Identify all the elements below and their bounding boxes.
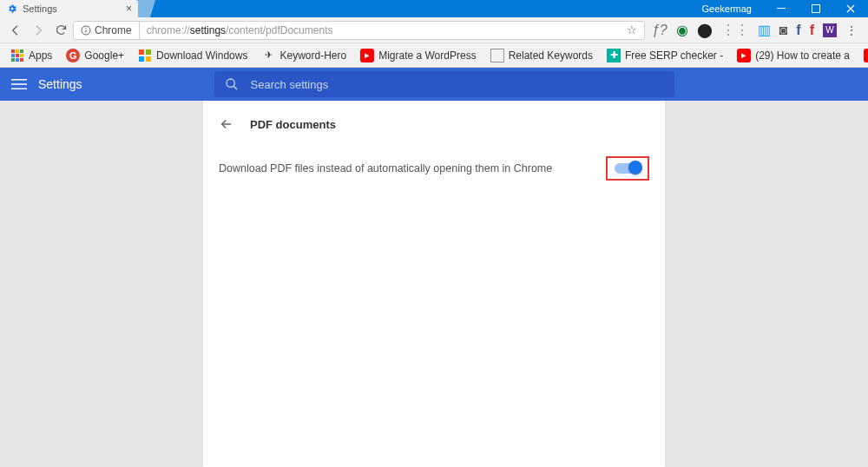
toolbar: Chrome chrome://settings/content/pdfDocu… [0,17,868,43]
extension-icon[interactable]: ▥ [758,22,771,38]
bookmark-item[interactable]: Related Keywords [485,49,598,62]
apps-label: Apps [29,49,52,62]
serp-icon: ✚ [607,49,621,62]
window-minimize-button[interactable] [764,0,799,17]
svg-rect-13 [20,58,23,62]
svg-rect-16 [139,56,144,62]
window-maximize-button[interactable] [799,0,833,17]
bookmark-item[interactable]: ▸ (29) How to create a [732,49,855,62]
extension-icon[interactable]: ◙ [779,23,788,38]
settings-page: PDF documents Download PDF files instead… [0,101,868,467]
extension-icon[interactable]: f [810,23,814,38]
highlight-box [606,156,649,181]
gear-icon [7,3,17,14]
svg-line-22 [233,86,237,89]
bookmark-item[interactable]: Download Windows [133,49,253,62]
pdf-download-setting-row: Download PDF files instead of automatica… [203,141,665,196]
window-titlebar: Settings × Geekermag [0,0,868,17]
star-icon[interactable]: ☆ [627,23,637,36]
bookmark-item[interactable]: ▸ Migrate a WordPress [355,49,481,62]
extension-icon[interactable]: ƒ? [652,23,667,38]
svg-rect-6 [16,49,19,53]
settings-header: Settings Search settings [0,68,868,101]
svg-rect-8 [11,54,15,57]
svg-rect-9 [16,54,19,57]
bookmark-item[interactable]: ▸ Hang Ups (Want You [858,49,868,62]
address-bar[interactable]: Chrome chrome://settings/content/pdfDocu… [73,21,645,40]
menu-button[interactable] [0,76,38,92]
pdf-download-toggle[interactable] [615,163,641,174]
youtube-icon: ▸ [864,49,868,62]
svg-rect-14 [139,49,144,55]
svg-rect-15 [146,49,151,55]
security-chip-label: Chrome [95,24,132,36]
tab-title: Settings [23,3,57,14]
tab-close-button[interactable]: × [126,3,132,15]
security-chip[interactable]: Chrome [74,22,140,39]
svg-rect-19 [11,83,27,85]
bookmark-item[interactable]: ✚ Free SERP checker - [602,49,728,62]
svg-point-21 [227,79,234,87]
forward-button[interactable] [28,20,49,41]
svg-rect-18 [11,79,27,81]
extension-icon[interactable]: ⬤ [697,22,713,38]
window-close-button[interactable] [833,0,868,17]
bookmarks-bar: Apps G Google+ Download Windows ✈ Keywor… [0,43,868,68]
settings-search-input[interactable]: Search settings [214,71,674,97]
svg-rect-0 [777,8,786,9]
svg-rect-10 [20,54,23,57]
search-placeholder: Search settings [251,78,329,91]
bookmark-item[interactable]: ✈ Keyword-Hero [256,49,352,62]
url-text: chrome://settings/content/pdfDocuments [140,24,620,36]
keyword-hero-icon: ✈ [261,49,275,62]
extension-icon[interactable]: ⋮⋮ [721,22,749,38]
extension-icon[interactable]: f [796,23,800,38]
extension-icon[interactable]: W [823,23,837,37]
bookmark-item[interactable]: G Google+ [61,49,129,62]
extension-icon[interactable]: ◉ [676,22,688,38]
svg-rect-4 [86,28,87,29]
apps-icon [10,49,24,62]
search-icon [225,77,239,91]
svg-rect-20 [11,89,27,90]
settings-title: Settings [38,77,82,91]
svg-rect-11 [11,58,15,62]
settings-card: PDF documents Download PDF files instead… [203,101,665,467]
setting-label: Download PDF files instead of automatica… [219,162,606,174]
svg-rect-7 [20,49,23,53]
youtube-icon: ▸ [360,49,374,62]
section-title: PDF documents [250,118,336,131]
youtube-icon: ▸ [737,49,751,62]
back-button[interactable] [5,20,26,41]
google-plus-icon: G [66,49,80,62]
info-icon [81,25,91,36]
svg-rect-5 [11,49,15,53]
apps-button[interactable]: Apps [5,49,57,62]
page-icon [490,49,504,62]
windows-icon [138,49,152,62]
profile-name[interactable]: Geekermag [690,3,764,14]
svg-rect-3 [86,30,87,33]
reload-button[interactable] [50,20,71,41]
menu-button[interactable]: ⋮ [845,23,858,37]
new-tab-hint[interactable] [138,0,155,17]
svg-rect-12 [16,58,19,62]
svg-rect-1 [812,5,820,13]
back-button[interactable] [219,116,234,132]
svg-rect-17 [146,56,151,62]
browser-tab[interactable]: Settings × [0,0,139,17]
